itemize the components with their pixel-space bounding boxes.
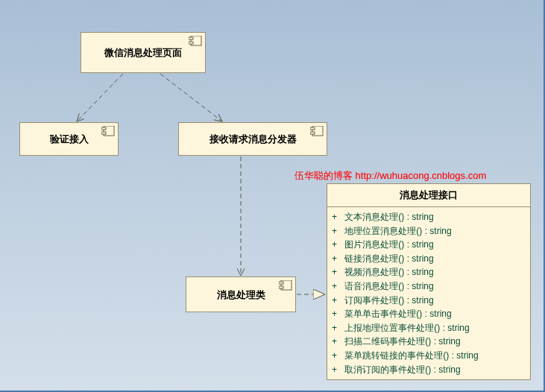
svg-rect-8 (101, 127, 106, 130)
interface-message-handler[interactable]: 消息处理接口 + 文本消息处理() : string+ 地理位置消息处理() :… (327, 183, 531, 380)
svg-rect-14 (279, 282, 283, 284)
interface-operation: + 订阅事件处理() : string (332, 294, 526, 308)
component-icon (310, 126, 324, 136)
interface-operation: + 视频消息处理() : string (332, 265, 526, 279)
component-verify[interactable]: 验证接入 (19, 122, 119, 156)
component-wechat-page[interactable]: 微信消息处理页面 (81, 32, 206, 73)
component-icon (279, 280, 292, 291)
svg-rect-9 (101, 132, 106, 134)
svg-rect-12 (310, 132, 315, 134)
component-icon (189, 36, 202, 46)
svg-rect-15 (279, 286, 283, 288)
interface-operation: + 菜单跳转链接的事件处理() : string (332, 349, 526, 363)
component-handler[interactable]: 消息处理类 (186, 276, 296, 312)
interface-operation: + 扫描二维码事件处理() : string (332, 335, 526, 349)
interface-operation: + 文本消息处理() : string (332, 210, 526, 224)
interface-operation: + 链接消息处理() : string (332, 252, 526, 266)
interface-operation: + 菜单单击事件处理() : string (332, 307, 526, 321)
interface-title: 消息处理接口 (327, 184, 530, 207)
interface-operations: + 文本消息处理() : string+ 地理位置消息处理() : string… (327, 207, 530, 379)
component-icon (101, 126, 115, 136)
svg-rect-5 (189, 37, 193, 39)
watermark-text: 伍华聪的博客 http://wuhuacong.cnblogs.com (294, 169, 486, 183)
component-title: 微信消息处理页面 (81, 33, 205, 64)
interface-operation: + 上报地理位置事件处理() : string (332, 321, 526, 335)
svg-rect-6 (189, 42, 193, 44)
interface-operation: + 图片消息处理() : string (332, 238, 526, 252)
component-dispatcher[interactable]: 接收请求消息分发器 (178, 122, 327, 156)
svg-line-1 (160, 74, 222, 121)
interface-operation: + 取消订阅的事件处理() : string (332, 363, 526, 377)
interface-operation: + 地理位置消息处理() : string (332, 224, 526, 238)
interface-operation: + 语音消息处理() : string (332, 279, 526, 294)
component-title: 接收请求消息分发器 (179, 123, 327, 151)
svg-line-0 (77, 74, 123, 121)
diagram-canvas: 微信消息处理页面 验证接入 接收请求消息分发器 消息处理类 消息处理接口 + 文… (0, 0, 545, 392)
svg-rect-11 (310, 127, 315, 130)
